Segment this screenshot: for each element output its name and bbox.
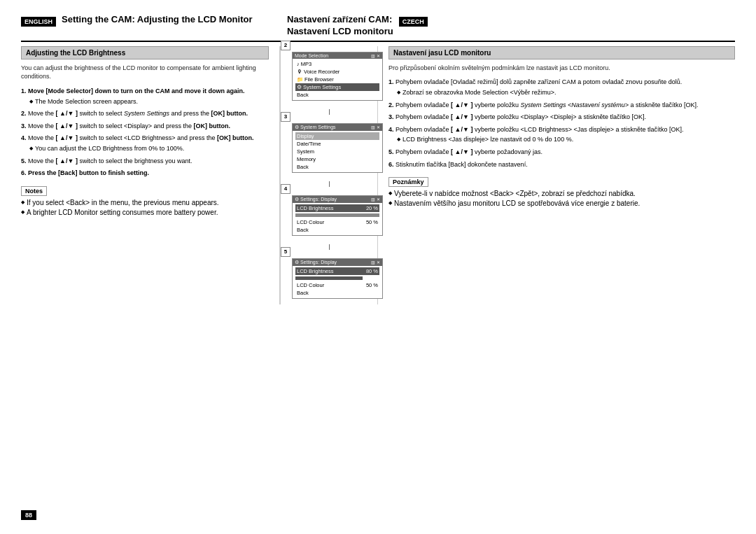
right-step-1-text: Pohybem ovladače [Ovladač režimů] dolů z… xyxy=(396,78,682,85)
right-notes-section: Poznámky Vyberete-li v nabídce možnost <… xyxy=(388,177,735,207)
screen-4-item-back: Back xyxy=(295,226,379,234)
screen-4-item-brightness: LCD Brightness20 % xyxy=(295,204,379,212)
right-step-4-bullet: LCD Brightness <Jas displeje> lze nastav… xyxy=(388,135,735,144)
screen-2-item-back: Back xyxy=(295,91,379,99)
step-6: 6. Press the [Back] button to finish set… xyxy=(21,169,269,178)
note-2: A brighter LCD Monitor setting consumes … xyxy=(21,209,269,216)
screen-5-body: LCD Brightness80 % LCD Colour50 % Back xyxy=(293,266,382,298)
brightness-label: LCD Brightness xyxy=(297,205,334,211)
right-note-2: Nastavením většího jasu monitoru LCD se … xyxy=(388,199,735,207)
czech-badge: CZECH xyxy=(399,17,428,27)
connector-2 xyxy=(286,181,372,187)
screen-2-item-system: ⚙ System Settings xyxy=(295,83,379,91)
left-steps: 1. Move [Mode Selector] down to turn on … xyxy=(21,87,269,178)
left-intro: You can adjust the brightness of the LCD… xyxy=(21,64,269,81)
right-note-1-text: Vyberete-li v nabídce možnost <Back> <Zp… xyxy=(394,190,636,197)
step-4-num: 4. xyxy=(21,134,27,141)
step-1-bullet: The Mode Selection screen appears. xyxy=(21,97,269,106)
screen-2-title: Mode Selection xyxy=(295,53,328,58)
connector-3 xyxy=(286,244,372,250)
english-title: Setting the CAM: Adjusting the LCD Monit… xyxy=(62,14,258,26)
screen-4-item-colour: LCD Colour50 % xyxy=(295,218,379,226)
screen-2-badge: 2 xyxy=(281,41,290,50)
step-1: 1. Move [Mode Selector] down to turn on … xyxy=(21,87,269,106)
screen-3-badge: 3 xyxy=(281,112,290,122)
screen-2-wrapper: 2 Mode Selection ▥ ✕ ♪ MP3 🎙 Voice Recor… xyxy=(286,46,372,102)
screen-3-body: Display Date/Time System Memory Back xyxy=(293,131,382,172)
screen-5-badge: 5 xyxy=(281,247,290,257)
brightness-label-5: LCD Brightness xyxy=(297,268,334,274)
right-column: Nastavení jasu LCD monitoru Pro přizpůso… xyxy=(378,46,735,304)
right-step-5-text: Pohybem ovladače [ ▲/▼ ] vyberte požadov… xyxy=(396,148,542,155)
step-2-text: Move the [ ▲/▼ ] switch to select System… xyxy=(28,110,248,117)
right-step-1-num: 1. xyxy=(388,78,394,85)
step-6-num: 6. xyxy=(21,169,27,176)
screen-3-item-system: System xyxy=(295,148,379,155)
note-1: If you select <Back> in the menu, the pr… xyxy=(21,199,269,206)
colour-value: 50 % xyxy=(366,219,378,225)
screen-5-wrapper: 5 ⚙ Settings: Display ▥ ✕ LCD Brightness… xyxy=(286,253,372,300)
notes-header: Notes xyxy=(21,186,47,196)
screen-2-item-file: 📁 File Browser xyxy=(295,76,379,83)
step-5: 5. Move the [ ▲/▼ ] switch to select the… xyxy=(21,157,269,166)
right-step-2-num: 2. xyxy=(388,101,394,108)
step-4-bullet: You can adjust the LCD Brightness from 0… xyxy=(21,144,269,153)
screen-2-item-voice: 🎙 Voice Recorder xyxy=(295,68,379,76)
czech-title-block: Nastavení zařízení CAM: Nastavení LCD mo… xyxy=(287,14,428,38)
brightness-bar-4 xyxy=(295,213,379,217)
brightness-value-5: 80 % xyxy=(366,268,378,274)
screen-5-icons: ▥ ✕ xyxy=(371,260,380,265)
step-4-text: Move the [ ▲/▼ ] switch to select <LCD B… xyxy=(28,134,253,141)
right-section-header: Nastavení jasu LCD monitoru xyxy=(388,46,735,59)
step-3-text: Move the [ ▲/▼ ] switch to select <Displ… xyxy=(28,122,230,129)
screen-2-icons: ▥ ✕ xyxy=(371,53,380,58)
right-note-2-text: Nastavením většího jasu monitoru LCD se … xyxy=(394,199,640,207)
connector-1 xyxy=(286,109,372,115)
screen-5: ⚙ Settings: Display ▥ ✕ LCD Brightness80… xyxy=(292,258,383,299)
right-step-4-text: Pohybem ovladače [ ▲/▼ ] vyberte položku… xyxy=(396,126,684,133)
screen-3-icons: ▥ ✕ xyxy=(371,125,380,129)
screen-2-body: ♪ MP3 🎙 Voice Recorder 📁 File Browser ⚙ … xyxy=(293,59,382,100)
right-step-6-text: Stisknutím tlačítka [Back] dokončete nas… xyxy=(396,161,528,168)
right-note-1: Vyberete-li v nabídce možnost <Back> <Zp… xyxy=(388,190,735,197)
colour-label: LCD Colour xyxy=(297,219,324,225)
screen-3-item-display: Display xyxy=(295,132,379,140)
screen-2-titlebar: Mode Selection ▥ ✕ xyxy=(293,52,382,59)
screen-3-item-datetime: Date/Time xyxy=(295,140,379,148)
screen-3-titlebar: ⚙ System Settings ▥ ✕ xyxy=(293,124,382,131)
screen-5-item-colour: LCD Colour50 % xyxy=(295,281,379,289)
right-step-4-num: 4. xyxy=(388,126,394,133)
note-2-text: A brighter LCD Monitor setting consumes … xyxy=(27,209,218,216)
left-column: Adjusting the LCD Brightness You can adj… xyxy=(21,46,280,304)
screen-4-titlebar: ⚙ Settings: Display ▥ ✕ xyxy=(293,196,382,203)
czech-title-line2: Nastavení LCD monitoru xyxy=(287,26,393,38)
note-1-text: If you select <Back> in the menu, the pr… xyxy=(27,199,219,206)
right-step-3-text: Pohybem ovladače [ ▲/▼ ] vyberte položku… xyxy=(396,113,646,120)
left-section-header: Adjusting the LCD Brightness xyxy=(21,46,269,59)
right-step-5: 5. Pohybem ovladače [ ▲/▼ ] vyberte poža… xyxy=(388,148,735,157)
page-number: 88 xyxy=(21,510,36,520)
english-badge: ENGLISH xyxy=(21,17,56,27)
step-1-num: 1. xyxy=(21,87,27,94)
right-step-6: 6. Stisknutím tlačítka [Back] dokončete … xyxy=(388,160,735,169)
step-2-num: 2. xyxy=(21,110,27,117)
right-step-2-text: Pohybem ovladače [ ▲/▼ ] vyberte položku… xyxy=(396,101,699,108)
screen-5-item-brightness: LCD Brightness80 % xyxy=(295,267,379,275)
screen-2: Mode Selection ▥ ✕ ♪ MP3 🎙 Voice Recorde… xyxy=(292,52,383,101)
colour-label-5: LCD Colour xyxy=(297,282,324,288)
screen-4-body: LCD Brightness20 % LCD Colour50 % Back xyxy=(293,203,382,235)
step-4: 4. Move the [ ▲/▼ ] switch to select <LC… xyxy=(21,134,269,153)
right-step-6-num: 6. xyxy=(388,161,394,168)
screen-3-item-back: Back xyxy=(295,163,379,171)
page: ENGLISH Setting the CAM: Adjusting the L… xyxy=(0,0,756,534)
screen-4: ⚙ Settings: Display ▥ ✕ LCD Brightness20… xyxy=(292,195,383,236)
brightness-value: 20 % xyxy=(366,205,378,211)
brightness-bar-5 xyxy=(295,276,363,280)
main-content: Adjusting the LCD Brightness You can adj… xyxy=(21,46,735,304)
screen-3: ⚙ System Settings ▥ ✕ Display Date/Time … xyxy=(292,123,383,173)
english-title-block: Setting the CAM: Adjusting the LCD Monit… xyxy=(62,14,258,26)
screen-4-icons: ▥ ✕ xyxy=(371,197,380,202)
screen-4-title: ⚙ Settings: Display xyxy=(295,197,337,202)
screen-2-item-mp3: ♪ MP3 xyxy=(295,60,379,68)
notes-section: Notes If you select <Back> in the menu, … xyxy=(21,186,269,216)
